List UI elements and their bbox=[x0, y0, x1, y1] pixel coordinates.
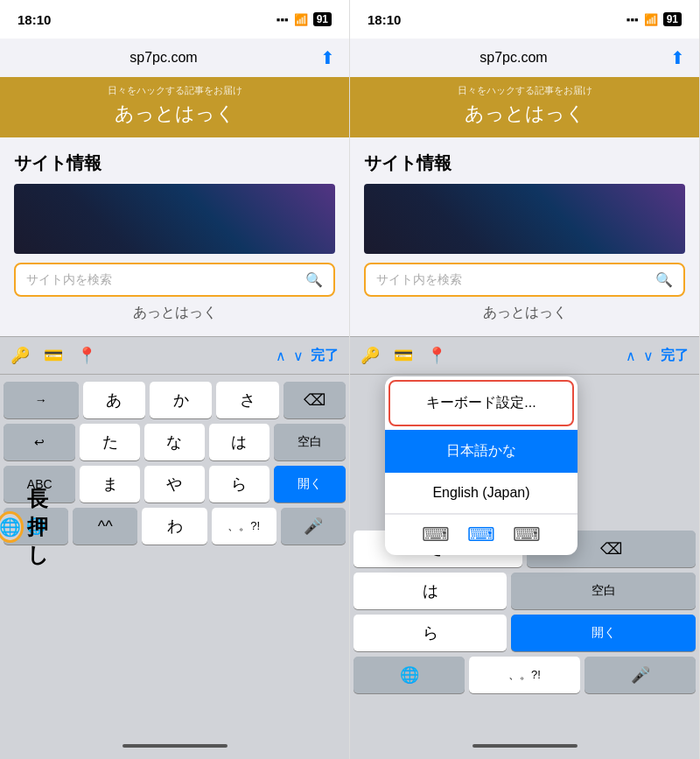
key-punct-left[interactable]: 、。?! bbox=[212, 508, 276, 545]
nav-up-left[interactable]: ∧ bbox=[276, 348, 286, 364]
search-box-left[interactable]: サイト内を検索 🔍 bbox=[14, 263, 335, 297]
key-open-left[interactable]: 開く bbox=[274, 466, 346, 502]
home-indicator-left bbox=[122, 744, 228, 748]
search-icon-right: 🔍 bbox=[655, 271, 673, 288]
right-phone-panel: 18:10 ▪▪▪ 📶 91 sp7pc.com ⬆ 日々をハックする記事をお届… bbox=[350, 0, 700, 759]
status-bar-left: 18:10 ▪▪▪ 📶 91 bbox=[0, 0, 349, 39]
search-placeholder-right: サイト内を検索 bbox=[376, 272, 655, 288]
section-title-right: サイト情報 bbox=[364, 151, 685, 175]
popup-icon-keyboard[interactable]: ⌨ bbox=[467, 524, 495, 546]
site-content-left: サイト情報 サイト内を検索 🔍 あっとはっく bbox=[0, 137, 349, 336]
kb-row-1-left: → あ か さ ⌫ bbox=[4, 382, 346, 418]
site-image-right bbox=[364, 184, 685, 254]
location-icon-left[interactable]: 📍 bbox=[77, 346, 96, 365]
popup-icon-grid[interactable]: ⌨ bbox=[422, 524, 450, 546]
search-icon-left: 🔍 bbox=[305, 271, 323, 288]
key-ya-left[interactable]: や bbox=[144, 466, 205, 502]
url-bar-left[interactable]: sp7pc.com ⬆ bbox=[0, 39, 349, 77]
toolbar-right-icons: 🔑 💳 📍 bbox=[360, 346, 626, 365]
site-image-left bbox=[14, 184, 335, 254]
popup-item-settings[interactable]: キーボード設定... bbox=[388, 380, 574, 426]
key-undo-left[interactable]: ↩ bbox=[4, 424, 75, 460]
key-ma-left[interactable]: ま bbox=[80, 466, 140, 502]
input-toolbar-right: 🔑 💳 📍 ∧ ∨ 完了 bbox=[350, 336, 699, 375]
keyboard-popup-menu[interactable]: キーボード設定... 日本語かな English (Japan) ⌨ ⌨ ⌨ bbox=[385, 376, 578, 555]
long-press-annotation-left: 🌐 長押し bbox=[0, 485, 68, 569]
key-ra-left[interactable]: ら bbox=[209, 466, 270, 502]
kb-row-3-right: ら 開く bbox=[354, 615, 696, 651]
popup-item-japanese[interactable]: 日本語かな bbox=[385, 430, 578, 473]
input-toolbar-left: 🔑 💳 📍 ∧ ∨ 完了 bbox=[0, 336, 349, 375]
popup-item-english[interactable]: English (Japan) bbox=[385, 473, 578, 514]
status-bar-right: 18:10 ▪▪▪ 📶 91 bbox=[350, 0, 699, 39]
share-button-right[interactable]: ⬆ bbox=[670, 47, 685, 68]
left-phone-panel: 18:10 ▪▪▪ 📶 91 sp7pc.com ⬆ 日々をハックする記事をお届… bbox=[0, 0, 350, 759]
key-caret-left[interactable]: ^^ bbox=[73, 508, 137, 545]
key-arrow-right-left[interactable]: → bbox=[4, 382, 79, 418]
search-box-right[interactable]: サイト内を検索 🔍 bbox=[364, 263, 685, 297]
site-footer-right: あっとはっく bbox=[364, 304, 685, 322]
key-space-left[interactable]: 空白 bbox=[274, 424, 346, 460]
wifi-icon-left: 📶 bbox=[294, 13, 308, 26]
done-button-right[interactable]: 完了 bbox=[661, 347, 689, 365]
status-time-left: 18:10 bbox=[18, 12, 51, 27]
toolbar-right-right: ∧ ∨ 完了 bbox=[626, 347, 689, 365]
key-delete-left[interactable]: ⌫ bbox=[284, 382, 346, 418]
key-icon-left[interactable]: 🔑 bbox=[10, 346, 30, 365]
key-open-right[interactable]: 開く bbox=[511, 615, 696, 651]
key-mic-left[interactable]: 🎤 bbox=[281, 508, 346, 545]
key-ra-right[interactable]: ら bbox=[354, 615, 507, 651]
bottom-bar-left bbox=[0, 733, 349, 759]
kb-row-4-left: 🌐 🌐 長押し ^^ わ 、。?! 🎤 bbox=[4, 508, 346, 545]
nav-up-right[interactable]: ∧ bbox=[626, 348, 636, 364]
search-placeholder-left: サイト内を検索 bbox=[26, 272, 305, 288]
key-globe-right[interactable]: 🌐 bbox=[354, 657, 465, 693]
nav-down-left[interactable]: ∨ bbox=[293, 348, 304, 364]
site-content-right: サイト情報 サイト内を検索 🔍 あっとはっく bbox=[350, 137, 699, 336]
key-sa-left[interactable]: さ bbox=[216, 382, 278, 418]
site-footer-left: あっとはっく bbox=[14, 304, 335, 322]
url-text-left[interactable]: sp7pc.com bbox=[14, 50, 313, 66]
site-header-left: 日々をハックする記事をお届け あっとはっく bbox=[0, 77, 349, 137]
status-icons-left: ▪▪▪ 📶 91 bbox=[276, 12, 332, 26]
nav-down-right[interactable]: ∨ bbox=[643, 348, 654, 364]
key-ha-left[interactable]: は bbox=[209, 424, 270, 460]
card-icon-left[interactable]: 💳 bbox=[44, 346, 63, 365]
home-indicator-right bbox=[472, 744, 578, 748]
key-wa-left[interactable]: わ bbox=[142, 508, 206, 545]
key-na-left[interactable]: な bbox=[144, 424, 205, 460]
section-title-left: サイト情報 bbox=[14, 151, 335, 175]
key-ta-left[interactable]: た bbox=[80, 424, 140, 460]
toolbar-right-left: ∧ ∨ 完了 bbox=[276, 347, 339, 365]
card-icon-right[interactable]: 💳 bbox=[394, 346, 413, 365]
long-press-label-left: 長押し bbox=[27, 485, 68, 569]
site-title-left: あっとはっく bbox=[14, 101, 335, 127]
key-a-left[interactable]: あ bbox=[83, 382, 145, 418]
keyboard-right: キーボード設定... 日本語かな English (Japan) ⌨ ⌨ ⌨ さ… bbox=[350, 375, 699, 733]
key-ha-right[interactable]: は bbox=[354, 573, 507, 609]
key-punct-right[interactable]: 、。?! bbox=[469, 657, 580, 693]
key-space-right[interactable]: 空白 bbox=[511, 573, 696, 609]
done-button-left[interactable]: 完了 bbox=[311, 347, 339, 365]
kb-row-2-left: ↩ た な は 空白 bbox=[4, 424, 346, 460]
key-ka-left[interactable]: か bbox=[150, 382, 212, 418]
kb-row-4-right: 🌐 、。?! 🎤 bbox=[354, 657, 696, 693]
site-tagline-left: 日々をハックする記事をお届け bbox=[14, 84, 335, 97]
url-text-right[interactable]: sp7pc.com bbox=[364, 50, 663, 66]
key-icon-right[interactable]: 🔑 bbox=[360, 346, 380, 365]
url-bar-right[interactable]: sp7pc.com ⬆ bbox=[350, 39, 699, 77]
site-tagline-right: 日々をハックする記事をお届け bbox=[364, 84, 685, 97]
share-button-left[interactable]: ⬆ bbox=[320, 47, 335, 68]
popup-icon-layout[interactable]: ⌨ bbox=[513, 524, 541, 546]
status-time-right: 18:10 bbox=[368, 12, 401, 27]
signal-icon-left: ▪▪▪ bbox=[276, 13, 289, 26]
popup-keyboard-icons: ⌨ ⌨ ⌨ bbox=[385, 514, 578, 555]
site-header-right: 日々をハックする記事をお届け あっとはっく bbox=[350, 77, 699, 137]
location-icon-right[interactable]: 📍 bbox=[427, 346, 446, 365]
kb-row-2-right: は 空白 bbox=[354, 573, 696, 609]
globe-circle-left: 🌐 bbox=[0, 511, 24, 543]
globe-key-wrapper-left: 🌐 🌐 長押し bbox=[4, 508, 68, 545]
wifi-icon-right: 📶 bbox=[644, 13, 658, 26]
bottom-bar-right bbox=[350, 733, 699, 759]
key-mic-right[interactable]: 🎤 bbox=[584, 657, 696, 693]
